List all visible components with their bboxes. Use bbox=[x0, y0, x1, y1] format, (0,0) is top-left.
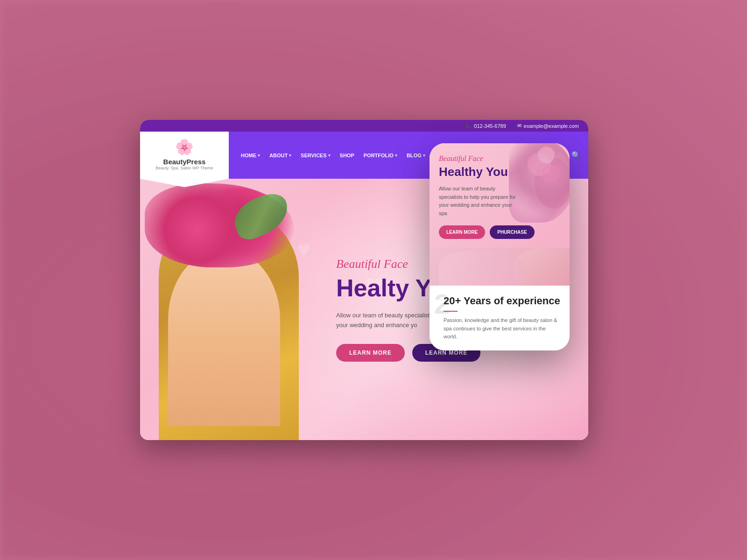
chevron-icon: ▾ bbox=[395, 153, 397, 158]
woman-silhouette bbox=[140, 179, 317, 440]
exp-content: 20+ Years of experience Passion, knowled… bbox=[439, 295, 560, 341]
logo-icon: 🌸 bbox=[175, 138, 194, 156]
scene-wrapper: 📞 012-345-6789 ✉ example@example.com 🌸 B… bbox=[140, 120, 607, 440]
nav-shop[interactable]: SHOP bbox=[335, 144, 359, 167]
nav-portfolio[interactable]: PORTFOLIO ▾ bbox=[359, 144, 402, 167]
mobile-hero-description: Allow our team of beauty specialists to … bbox=[439, 185, 518, 217]
phone-number: 012-345-6789 bbox=[474, 123, 506, 129]
logo-subtitle: Beauty. Spa. Salon WP Theme bbox=[155, 166, 213, 170]
mobile-hero-buttons: LEARN MORE PHURCHASE bbox=[439, 225, 560, 239]
mobile-mockup: Beautiful Face Healthy You Allow our tea… bbox=[430, 143, 570, 350]
email-contact: ✉ example@example.com bbox=[517, 123, 579, 129]
chevron-icon: ▾ bbox=[423, 153, 425, 158]
email-icon: ✉ bbox=[517, 123, 521, 129]
phone-contact: 📞 012-345-6789 bbox=[465, 123, 506, 129]
desktop-topbar: 📞 012-345-6789 ✉ example@example.com bbox=[140, 120, 588, 132]
mobile-woman-strip bbox=[430, 248, 570, 286]
exp-divider bbox=[444, 311, 458, 312]
nav-home[interactable]: HOME ▾ bbox=[236, 144, 265, 167]
chevron-icon: ▾ bbox=[258, 153, 260, 158]
mobile-hero: Beautiful Face Healthy You Allow our tea… bbox=[430, 143, 570, 248]
nav-about[interactable]: ABOUT ▾ bbox=[265, 144, 296, 167]
nav-blog[interactable]: BLOG ▾ bbox=[402, 144, 430, 167]
exp-title: 20+ Years of experience bbox=[444, 295, 560, 307]
hero-learn-more-btn[interactable]: LEARN MORE bbox=[336, 344, 405, 362]
mobile-experience-section: 2 20+ Years of experience Passion, knowl… bbox=[430, 286, 570, 350]
phone-icon: 📞 bbox=[465, 123, 472, 129]
logo-area: 🌸 BeautyPress Beauty. Spa. Salon WP Them… bbox=[140, 132, 229, 179]
logo-title: BeautyPress bbox=[163, 158, 206, 166]
chevron-icon: ▾ bbox=[289, 153, 291, 158]
email-address: example@example.com bbox=[524, 123, 579, 129]
face-layer bbox=[168, 249, 280, 426]
mobile-purchase-btn[interactable]: PHURCHASE bbox=[490, 225, 534, 239]
mobile-script-text: Beautiful Face bbox=[439, 154, 560, 163]
main-scene: 📞 012-345-6789 ✉ example@example.com 🌸 B… bbox=[93, 120, 654, 440]
hero-image-area bbox=[140, 179, 317, 440]
exp-description: Passion, knowledge and the gift of beaut… bbox=[444, 316, 560, 341]
mobile-learn-more-btn[interactable]: LEARN MORE bbox=[439, 225, 485, 239]
nav-services[interactable]: SERVICES ▾ bbox=[296, 144, 335, 167]
mobile-body-shape bbox=[439, 251, 523, 286]
mobile-hero-title: Healthy You bbox=[439, 165, 560, 179]
chevron-icon: ▾ bbox=[328, 153, 331, 158]
